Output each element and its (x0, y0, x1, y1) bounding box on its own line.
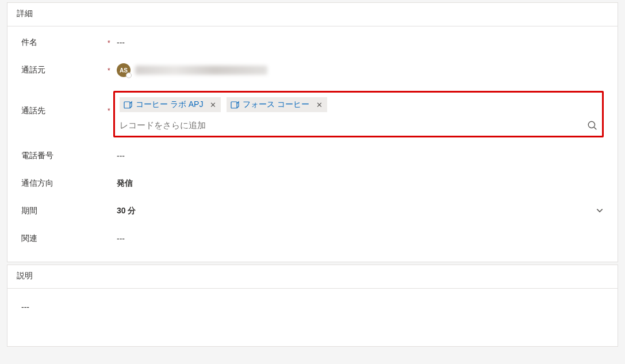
value-phone[interactable]: --- (117, 151, 604, 160)
svg-point-2 (588, 121, 595, 128)
row-subject: 件名 * --- (17, 29, 608, 56)
row-related: 関連 --- (17, 225, 608, 252)
label-call-from: 通話元 (21, 65, 108, 75)
label-direction: 通信方向 (21, 178, 108, 189)
value-related[interactable]: --- (117, 234, 604, 243)
row-call-to: 通話先 * コーヒー ラボ APJ ✕ (17, 84, 608, 142)
description-header: 説明 (7, 265, 618, 289)
svg-line-3 (594, 127, 596, 129)
search-icon[interactable] (587, 120, 597, 131)
row-direction: 通信方向 発信 (17, 170, 608, 197)
label-subject: 件名 (21, 37, 108, 48)
avatar: AS (117, 63, 131, 77)
value-direction[interactable]: 発信 (117, 178, 604, 189)
label-related: 関連 (21, 233, 108, 244)
label-phone: 電話番号 (21, 151, 108, 161)
add-record-input[interactable] (120, 119, 587, 131)
required-marker: * (108, 66, 117, 75)
svg-rect-0 (124, 102, 130, 108)
details-body: 件名 * --- 通話元 * AS 通話先 * (7, 26, 618, 262)
close-icon[interactable]: ✕ (315, 101, 324, 109)
required-marker: * (108, 38, 117, 47)
details-header: 詳細 (7, 3, 618, 26)
close-icon[interactable]: ✕ (209, 101, 217, 109)
value-call-from[interactable]: AS (117, 63, 604, 77)
row-call-from: 通話元 * AS (17, 56, 608, 84)
tags-row: コーヒー ラボ APJ ✕ フォース コーヒー ✕ (120, 96, 597, 112)
chevron-down-icon[interactable] (596, 206, 604, 216)
redacted-name (135, 66, 267, 75)
account-icon (230, 100, 239, 109)
value-subject[interactable]: --- (117, 38, 604, 47)
description-panel: 説明 --- (7, 265, 618, 347)
row-duration: 期間 30 分 (17, 197, 608, 225)
tag-force-coffee[interactable]: フォース コーヒー ✕ (227, 97, 327, 112)
description-body[interactable]: --- (7, 289, 618, 346)
details-panel: 詳細 件名 * --- 通話元 * AS 通話先 * (7, 2, 618, 262)
value-duration[interactable]: 30 分 (117, 206, 604, 216)
presence-icon (126, 72, 132, 78)
tag-coffee-lab-apj[interactable]: コーヒー ラボ APJ ✕ (120, 97, 221, 112)
label-call-to: 通話先 (21, 91, 108, 116)
call-to-lookup-highlight: コーヒー ラボ APJ ✕ フォース コーヒー ✕ (113, 91, 604, 137)
account-icon (123, 100, 132, 109)
search-row (120, 117, 597, 132)
label-duration: 期間 (21, 206, 108, 216)
svg-rect-1 (231, 102, 237, 108)
row-phone: 電話番号 --- (17, 142, 608, 170)
